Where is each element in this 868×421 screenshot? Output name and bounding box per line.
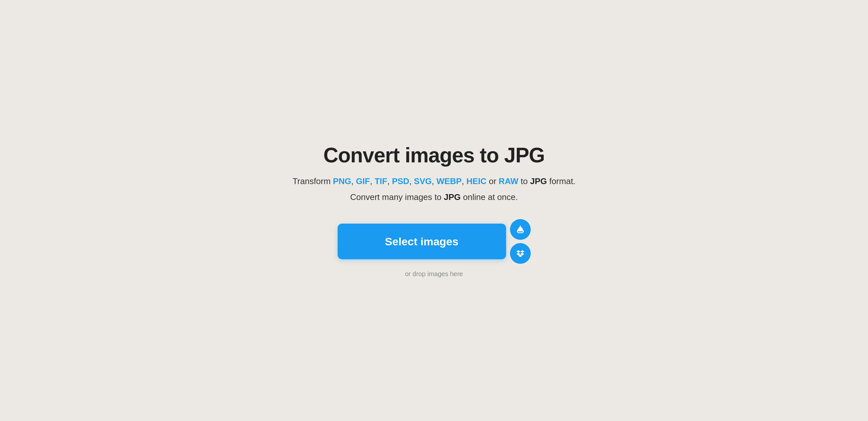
format-raw: RAW bbox=[499, 176, 518, 186]
page-title: Convert images to JPG bbox=[323, 143, 545, 167]
drive-icon-clean bbox=[516, 224, 525, 234]
google-drive-button[interactable] bbox=[510, 219, 531, 240]
format-gif: GIF bbox=[356, 176, 370, 186]
format-svg: SVG bbox=[414, 176, 432, 186]
subtitle-line1: Transform PNG, GIF, TIF, PSD, SVG, WEBP,… bbox=[292, 175, 576, 188]
main-container: Convert images to JPG Transform PNG, GIF… bbox=[288, 143, 580, 278]
format-png: PNG bbox=[333, 176, 351, 186]
format-webp: WEBP bbox=[436, 176, 462, 186]
format-jpg: JPG bbox=[530, 176, 547, 186]
subtitle-jpg-bold: JPG bbox=[444, 192, 461, 202]
dropbox-icon bbox=[516, 248, 525, 258]
format-psd: PSD bbox=[392, 176, 409, 186]
select-images-button[interactable]: Select images bbox=[338, 223, 506, 259]
format-tif: TIF bbox=[375, 176, 387, 186]
dropbox-button[interactable] bbox=[510, 243, 531, 264]
subtitle-line2: Convert many images to JPG online at onc… bbox=[350, 191, 518, 204]
format-heic: HEIC bbox=[466, 176, 486, 186]
upload-area: Select images bbox=[338, 219, 531, 264]
drop-text: or drop images here bbox=[405, 270, 463, 278]
cloud-buttons bbox=[510, 219, 531, 264]
